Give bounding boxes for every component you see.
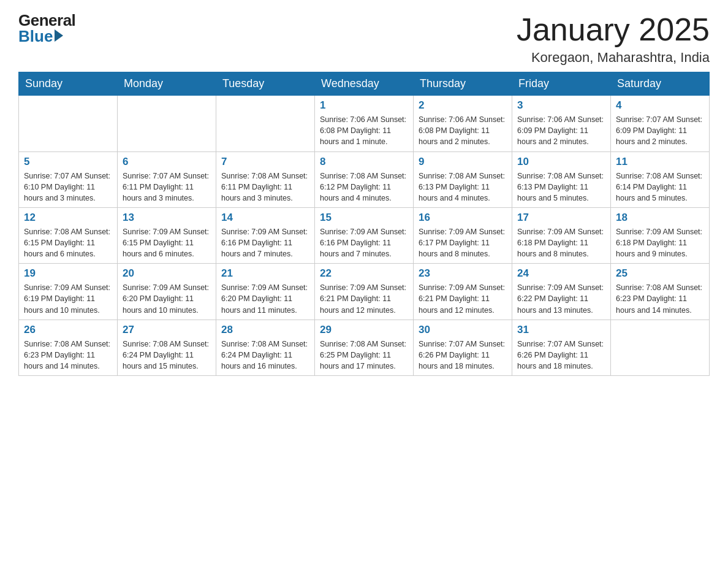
calendar-cell: 21Sunrise: 7:09 AM Sunset: 6:20 PM Dayli… <box>216 264 315 320</box>
calendar-table: SundayMondayTuesdayWednesdayThursdayFrid… <box>18 72 710 376</box>
day-info: Sunrise: 7:07 AM Sunset: 6:10 PM Dayligh… <box>24 170 112 204</box>
day-info: Sunrise: 7:08 AM Sunset: 6:11 PM Dayligh… <box>221 170 309 204</box>
calendar-cell: 9Sunrise: 7:08 AM Sunset: 6:13 PM Daylig… <box>414 151 512 207</box>
logo-blue-text: Blue <box>18 28 53 44</box>
logo-blue-row: Blue <box>18 28 75 44</box>
day-info: Sunrise: 7:09 AM Sunset: 6:20 PM Dayligh… <box>221 282 309 315</box>
day-info: Sunrise: 7:08 AM Sunset: 6:23 PM Dayligh… <box>24 339 112 372</box>
day-number: 11 <box>616 156 704 168</box>
day-number: 5 <box>24 156 112 168</box>
day-number: 30 <box>419 324 507 336</box>
calendar-cell: 29Sunrise: 7:08 AM Sunset: 6:25 PM Dayli… <box>315 320 414 375</box>
day-of-week-header: Sunday <box>19 72 118 96</box>
day-info: Sunrise: 7:06 AM Sunset: 6:08 PM Dayligh… <box>419 114 507 147</box>
day-info: Sunrise: 7:09 AM Sunset: 6:18 PM Dayligh… <box>616 226 704 259</box>
calendar-week-row: 1Sunrise: 7:06 AM Sunset: 6:08 PM Daylig… <box>19 96 710 151</box>
day-number: 7 <box>221 156 309 168</box>
day-info: Sunrise: 7:09 AM Sunset: 6:21 PM Dayligh… <box>419 282 507 315</box>
day-number: 27 <box>123 324 211 336</box>
day-number: 3 <box>517 99 605 112</box>
day-number: 9 <box>419 156 507 168</box>
calendar-cell <box>19 96 118 151</box>
day-number: 17 <box>517 212 605 224</box>
logo: General Blue <box>18 12 75 44</box>
location-text: Koregaon, Maharashtra, India <box>517 50 710 66</box>
day-number: 24 <box>517 267 605 280</box>
day-number: 16 <box>419 212 507 224</box>
calendar-cell <box>611 320 710 375</box>
day-of-week-header: Tuesday <box>216 72 315 96</box>
day-number: 12 <box>24 212 112 224</box>
month-title: January 2025 <box>517 12 710 47</box>
title-block: January 2025 Koregaon, Maharashtra, Indi… <box>517 12 710 66</box>
calendar-cell: 30Sunrise: 7:07 AM Sunset: 6:26 PM Dayli… <box>414 320 512 375</box>
calendar-cell: 26Sunrise: 7:08 AM Sunset: 6:23 PM Dayli… <box>19 320 118 375</box>
day-info: Sunrise: 7:08 AM Sunset: 6:23 PM Dayligh… <box>616 282 704 315</box>
calendar-week-row: 12Sunrise: 7:08 AM Sunset: 6:15 PM Dayli… <box>19 207 710 263</box>
day-info: Sunrise: 7:08 AM Sunset: 6:25 PM Dayligh… <box>320 339 408 372</box>
day-number: 31 <box>517 324 605 336</box>
day-number: 21 <box>221 267 309 280</box>
calendar-cell: 4Sunrise: 7:07 AM Sunset: 6:09 PM Daylig… <box>611 96 710 151</box>
calendar-cell: 8Sunrise: 7:08 AM Sunset: 6:12 PM Daylig… <box>315 151 414 207</box>
day-info: Sunrise: 7:09 AM Sunset: 6:21 PM Dayligh… <box>320 282 408 315</box>
calendar-cell: 20Sunrise: 7:09 AM Sunset: 6:20 PM Dayli… <box>118 264 216 320</box>
day-info: Sunrise: 7:08 AM Sunset: 6:24 PM Dayligh… <box>123 339 211 372</box>
calendar-cell: 6Sunrise: 7:07 AM Sunset: 6:11 PM Daylig… <box>118 151 216 207</box>
day-number: 6 <box>123 156 211 168</box>
calendar-cell: 27Sunrise: 7:08 AM Sunset: 6:24 PM Dayli… <box>118 320 216 375</box>
day-info: Sunrise: 7:09 AM Sunset: 6:22 PM Dayligh… <box>517 282 605 315</box>
day-info: Sunrise: 7:06 AM Sunset: 6:09 PM Dayligh… <box>517 114 605 147</box>
day-number: 20 <box>123 267 211 280</box>
calendar-week-row: 26Sunrise: 7:08 AM Sunset: 6:23 PM Dayli… <box>19 320 710 375</box>
calendar-cell: 22Sunrise: 7:09 AM Sunset: 6:21 PM Dayli… <box>315 264 414 320</box>
calendar-cell: 7Sunrise: 7:08 AM Sunset: 6:11 PM Daylig… <box>216 151 315 207</box>
calendar-week-row: 19Sunrise: 7:09 AM Sunset: 6:19 PM Dayli… <box>19 264 710 320</box>
day-number: 18 <box>616 212 704 224</box>
day-info: Sunrise: 7:09 AM Sunset: 6:15 PM Dayligh… <box>123 226 211 259</box>
day-info: Sunrise: 7:08 AM Sunset: 6:15 PM Dayligh… <box>24 226 112 259</box>
day-of-week-header: Thursday <box>414 72 512 96</box>
day-info: Sunrise: 7:08 AM Sunset: 6:13 PM Dayligh… <box>419 170 507 204</box>
calendar-cell: 17Sunrise: 7:09 AM Sunset: 6:18 PM Dayli… <box>512 207 611 263</box>
day-number: 14 <box>221 212 309 224</box>
day-info: Sunrise: 7:08 AM Sunset: 6:24 PM Dayligh… <box>221 339 309 372</box>
day-number: 8 <box>320 156 408 168</box>
day-number: 29 <box>320 324 408 336</box>
day-number: 2 <box>419 99 507 112</box>
day-of-week-header: Wednesday <box>315 72 414 96</box>
day-info: Sunrise: 7:09 AM Sunset: 6:20 PM Dayligh… <box>123 282 211 315</box>
day-info: Sunrise: 7:07 AM Sunset: 6:26 PM Dayligh… <box>419 339 507 372</box>
day-of-week-header: Friday <box>512 72 611 96</box>
day-number: 10 <box>517 156 605 168</box>
day-info: Sunrise: 7:07 AM Sunset: 6:09 PM Dayligh… <box>616 114 704 147</box>
calendar-cell: 2Sunrise: 7:06 AM Sunset: 6:08 PM Daylig… <box>414 96 512 151</box>
calendar-cell: 31Sunrise: 7:07 AM Sunset: 6:26 PM Dayli… <box>512 320 611 375</box>
day-number: 4 <box>616 99 704 112</box>
day-info: Sunrise: 7:09 AM Sunset: 6:18 PM Dayligh… <box>517 226 605 259</box>
day-info: Sunrise: 7:09 AM Sunset: 6:17 PM Dayligh… <box>419 226 507 259</box>
calendar-cell <box>216 96 315 151</box>
calendar-header-row: SundayMondayTuesdayWednesdayThursdayFrid… <box>19 72 710 96</box>
calendar-cell: 23Sunrise: 7:09 AM Sunset: 6:21 PM Dayli… <box>414 264 512 320</box>
page-header: General Blue January 2025 Koregaon, Maha… <box>18 12 710 66</box>
calendar-cell: 16Sunrise: 7:09 AM Sunset: 6:17 PM Dayli… <box>414 207 512 263</box>
day-number: 28 <box>221 324 309 336</box>
day-of-week-header: Saturday <box>611 72 710 96</box>
day-info: Sunrise: 7:07 AM Sunset: 6:11 PM Dayligh… <box>123 170 211 204</box>
calendar-cell: 13Sunrise: 7:09 AM Sunset: 6:15 PM Dayli… <box>118 207 216 263</box>
day-number: 1 <box>320 99 408 112</box>
calendar-cell: 12Sunrise: 7:08 AM Sunset: 6:15 PM Dayli… <box>19 207 118 263</box>
calendar-cell: 1Sunrise: 7:06 AM Sunset: 6:08 PM Daylig… <box>315 96 414 151</box>
calendar-cell: 11Sunrise: 7:08 AM Sunset: 6:14 PM Dayli… <box>611 151 710 207</box>
day-number: 19 <box>24 267 112 280</box>
day-number: 25 <box>616 267 704 280</box>
calendar-cell: 15Sunrise: 7:09 AM Sunset: 6:16 PM Dayli… <box>315 207 414 263</box>
day-info: Sunrise: 7:09 AM Sunset: 6:19 PM Dayligh… <box>24 282 112 315</box>
day-info: Sunrise: 7:08 AM Sunset: 6:12 PM Dayligh… <box>320 170 408 204</box>
calendar-cell: 18Sunrise: 7:09 AM Sunset: 6:18 PM Dayli… <box>611 207 710 263</box>
logo-general-text: General <box>18 12 75 28</box>
day-number: 23 <box>419 267 507 280</box>
day-info: Sunrise: 7:09 AM Sunset: 6:16 PM Dayligh… <box>221 226 309 259</box>
calendar-week-row: 5Sunrise: 7:07 AM Sunset: 6:10 PM Daylig… <box>19 151 710 207</box>
